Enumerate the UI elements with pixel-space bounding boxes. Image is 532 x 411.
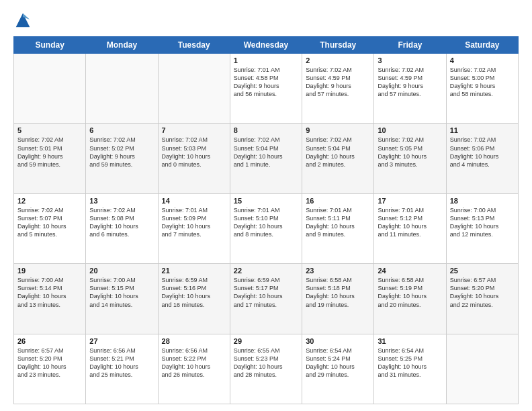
cell-date: 20 bbox=[89, 267, 154, 275]
cell-info: Sunrise: 7:02 AM Sunset: 5:01 PM Dayligh… bbox=[17, 136, 82, 169]
cell-date: 22 bbox=[234, 267, 298, 275]
cell-date: 3 bbox=[378, 56, 442, 64]
cell-info: Sunrise: 7:02 AM Sunset: 5:02 PM Dayligh… bbox=[89, 136, 154, 169]
calendar-cell: 18Sunrise: 7:00 AM Sunset: 5:13 PM Dayli… bbox=[446, 193, 518, 263]
cell-info: Sunrise: 7:01 AM Sunset: 5:12 PM Dayligh… bbox=[378, 206, 442, 239]
cell-date: 14 bbox=[162, 197, 226, 205]
cell-date: 6 bbox=[89, 126, 154, 134]
cell-info: Sunrise: 7:02 AM Sunset: 5:03 PM Dayligh… bbox=[162, 136, 226, 169]
day-header-friday: Friday bbox=[374, 37, 446, 54]
cell-info: Sunrise: 6:58 AM Sunset: 5:19 PM Dayligh… bbox=[378, 276, 442, 309]
cell-date: 27 bbox=[89, 337, 154, 345]
cell-info: Sunrise: 7:00 AM Sunset: 5:15 PM Dayligh… bbox=[89, 276, 154, 309]
calendar-cell: 22Sunrise: 6:59 AM Sunset: 5:17 PM Dayli… bbox=[230, 264, 302, 334]
cell-date: 13 bbox=[89, 197, 154, 205]
cell-info: Sunrise: 7:02 AM Sunset: 5:00 PM Dayligh… bbox=[450, 66, 515, 99]
cell-date: 29 bbox=[234, 337, 298, 345]
cell-info: Sunrise: 6:58 AM Sunset: 5:18 PM Dayligh… bbox=[306, 276, 370, 309]
cell-date: 16 bbox=[306, 197, 370, 205]
cell-date: 10 bbox=[378, 126, 442, 134]
calendar-cell: 16Sunrise: 7:01 AM Sunset: 5:11 PM Dayli… bbox=[302, 193, 374, 263]
day-header-saturday: Saturday bbox=[446, 37, 518, 54]
day-header-sunday: Sunday bbox=[14, 37, 86, 54]
calendar-cell: 2Sunrise: 7:02 AM Sunset: 4:59 PM Daylig… bbox=[302, 54, 374, 124]
cell-date: 12 bbox=[17, 197, 82, 205]
calendar-cell: 25Sunrise: 6:57 AM Sunset: 5:20 PM Dayli… bbox=[446, 264, 518, 334]
calendar-cell: 24Sunrise: 6:58 AM Sunset: 5:19 PM Dayli… bbox=[374, 264, 446, 334]
cell-date: 28 bbox=[162, 337, 226, 345]
header bbox=[13, 11, 519, 30]
day-header-tuesday: Tuesday bbox=[158, 37, 230, 54]
cell-date: 5 bbox=[17, 126, 82, 134]
cell-date: 23 bbox=[306, 267, 370, 275]
cell-info: Sunrise: 7:00 AM Sunset: 5:13 PM Dayligh… bbox=[450, 206, 515, 239]
day-header-monday: Monday bbox=[86, 37, 158, 54]
cell-info: Sunrise: 7:02 AM Sunset: 4:59 PM Dayligh… bbox=[306, 66, 370, 99]
calendar-cell: 30Sunrise: 6:54 AM Sunset: 5:24 PM Dayli… bbox=[302, 334, 374, 404]
cell-info: Sunrise: 7:02 AM Sunset: 5:08 PM Dayligh… bbox=[89, 206, 154, 239]
calendar-cell: 10Sunrise: 7:02 AM Sunset: 5:05 PM Dayli… bbox=[374, 124, 446, 193]
calendar-cell: 9Sunrise: 7:02 AM Sunset: 5:04 PM Daylig… bbox=[302, 124, 374, 193]
calendar-cell bbox=[14, 54, 86, 124]
calendar-cell: 6Sunrise: 7:02 AM Sunset: 5:02 PM Daylig… bbox=[86, 124, 158, 193]
calendar-table: SundayMondayTuesdayWednesdayThursdayFrid… bbox=[13, 36, 519, 404]
cell-info: Sunrise: 6:54 AM Sunset: 5:25 PM Dayligh… bbox=[378, 347, 442, 379]
cell-info: Sunrise: 7:02 AM Sunset: 4:59 PM Dayligh… bbox=[378, 66, 442, 99]
calendar-cell bbox=[86, 54, 158, 124]
calendar-cell: 13Sunrise: 7:02 AM Sunset: 5:08 PM Dayli… bbox=[86, 193, 158, 263]
cell-date: 18 bbox=[450, 197, 515, 205]
cell-info: Sunrise: 7:00 AM Sunset: 5:14 PM Dayligh… bbox=[17, 276, 82, 309]
cell-info: Sunrise: 7:02 AM Sunset: 5:04 PM Dayligh… bbox=[306, 136, 370, 169]
calendar-cell: 15Sunrise: 7:01 AM Sunset: 5:10 PM Dayli… bbox=[230, 193, 302, 263]
cell-date: 8 bbox=[234, 126, 298, 134]
calendar-cell: 14Sunrise: 7:01 AM Sunset: 5:09 PM Dayli… bbox=[158, 193, 230, 263]
cell-date: 19 bbox=[17, 267, 82, 275]
cell-info: Sunrise: 6:55 AM Sunset: 5:23 PM Dayligh… bbox=[234, 347, 298, 379]
cell-info: Sunrise: 6:59 AM Sunset: 5:17 PM Dayligh… bbox=[234, 276, 298, 309]
calendar-cell: 17Sunrise: 7:01 AM Sunset: 5:12 PM Dayli… bbox=[374, 193, 446, 263]
calendar-cell: 31Sunrise: 6:54 AM Sunset: 5:25 PM Dayli… bbox=[374, 334, 446, 404]
calendar-cell: 19Sunrise: 7:00 AM Sunset: 5:14 PM Dayli… bbox=[14, 264, 86, 334]
week-row-3: 12Sunrise: 7:02 AM Sunset: 5:07 PM Dayli… bbox=[14, 193, 519, 263]
cell-info: Sunrise: 7:02 AM Sunset: 5:07 PM Dayligh… bbox=[17, 206, 82, 239]
calendar-cell: 12Sunrise: 7:02 AM Sunset: 5:07 PM Dayli… bbox=[14, 193, 86, 263]
cell-info: Sunrise: 7:02 AM Sunset: 5:05 PM Dayligh… bbox=[378, 136, 442, 169]
calendar-cell: 28Sunrise: 6:56 AM Sunset: 5:22 PM Dayli… bbox=[158, 334, 230, 404]
cell-date: 17 bbox=[378, 197, 442, 205]
header-row: SundayMondayTuesdayWednesdayThursdayFrid… bbox=[14, 37, 519, 54]
cell-info: Sunrise: 6:57 AM Sunset: 5:20 PM Dayligh… bbox=[450, 276, 515, 309]
cell-info: Sunrise: 7:02 AM Sunset: 5:04 PM Dayligh… bbox=[234, 136, 298, 169]
day-header-thursday: Thursday bbox=[302, 37, 374, 54]
cell-info: Sunrise: 6:57 AM Sunset: 5:20 PM Dayligh… bbox=[17, 347, 82, 379]
cell-date: 24 bbox=[378, 267, 442, 275]
logo-icon bbox=[13, 11, 32, 30]
cell-date: 31 bbox=[378, 337, 442, 345]
cell-info: Sunrise: 7:01 AM Sunset: 5:10 PM Dayligh… bbox=[234, 206, 298, 239]
cell-date: 26 bbox=[17, 337, 82, 345]
calendar-cell: 1Sunrise: 7:01 AM Sunset: 4:58 PM Daylig… bbox=[230, 54, 302, 124]
week-row-1: 1Sunrise: 7:01 AM Sunset: 4:58 PM Daylig… bbox=[14, 54, 519, 124]
cell-date: 15 bbox=[234, 197, 298, 205]
calendar-cell: 23Sunrise: 6:58 AM Sunset: 5:18 PM Dayli… bbox=[302, 264, 374, 334]
week-row-4: 19Sunrise: 7:00 AM Sunset: 5:14 PM Dayli… bbox=[14, 264, 519, 334]
cell-date: 11 bbox=[450, 126, 515, 134]
cell-info: Sunrise: 7:02 AM Sunset: 5:06 PM Dayligh… bbox=[450, 136, 515, 169]
calendar-cell: 3Sunrise: 7:02 AM Sunset: 4:59 PM Daylig… bbox=[374, 54, 446, 124]
cell-info: Sunrise: 6:56 AM Sunset: 5:21 PM Dayligh… bbox=[89, 347, 154, 379]
cell-date: 25 bbox=[450, 267, 515, 275]
calendar-cell: 5Sunrise: 7:02 AM Sunset: 5:01 PM Daylig… bbox=[14, 124, 86, 193]
page: SundayMondayTuesdayWednesdayThursdayFrid… bbox=[0, 0, 532, 411]
calendar-cell: 27Sunrise: 6:56 AM Sunset: 5:21 PM Dayli… bbox=[86, 334, 158, 404]
calendar-cell bbox=[446, 334, 518, 404]
logo bbox=[13, 11, 35, 30]
cell-date: 21 bbox=[162, 267, 226, 275]
calendar-cell bbox=[158, 54, 230, 124]
day-header-wednesday: Wednesday bbox=[230, 37, 302, 54]
week-row-5: 26Sunrise: 6:57 AM Sunset: 5:20 PM Dayli… bbox=[14, 334, 519, 404]
week-row-2: 5Sunrise: 7:02 AM Sunset: 5:01 PM Daylig… bbox=[14, 124, 519, 193]
calendar-cell: 11Sunrise: 7:02 AM Sunset: 5:06 PM Dayli… bbox=[446, 124, 518, 193]
cell-info: Sunrise: 7:01 AM Sunset: 5:11 PM Dayligh… bbox=[306, 206, 370, 239]
cell-info: Sunrise: 7:01 AM Sunset: 5:09 PM Dayligh… bbox=[162, 206, 226, 239]
calendar-cell: 26Sunrise: 6:57 AM Sunset: 5:20 PM Dayli… bbox=[14, 334, 86, 404]
cell-date: 30 bbox=[306, 337, 370, 345]
